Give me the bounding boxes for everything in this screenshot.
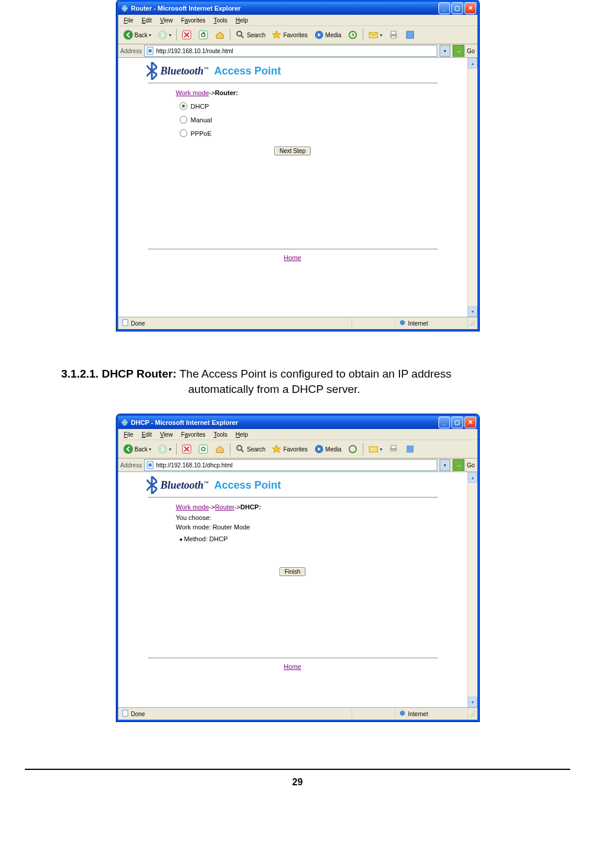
method-value: Method: DHCP: [180, 535, 457, 542]
window-title: DHCP - Microsoft Internet Explorer: [131, 419, 438, 426]
titlebar[interactable]: Router - Microsoft Internet Explorer _ ▢…: [118, 2, 477, 15]
forward-button[interactable]: ▾: [155, 28, 174, 41]
breadcrumb-workmode[interactable]: Work mode: [176, 89, 209, 96]
mail-icon: [368, 30, 379, 40]
search-button[interactable]: Search: [233, 443, 268, 456]
edit-button[interactable]: [402, 443, 418, 456]
scroll-up-icon[interactable]: ▴: [468, 58, 477, 69]
mail-button[interactable]: ▾: [366, 28, 385, 41]
radio-pppoe[interactable]: PPPoE: [180, 129, 457, 137]
back-button[interactable]: Back▾: [121, 28, 154, 41]
history-button[interactable]: [345, 28, 360, 41]
radio-manual[interactable]: Manual: [180, 116, 457, 123]
svg-point-32: [399, 711, 405, 716]
scroll-up-icon[interactable]: ▴: [468, 472, 477, 483]
scrollbar[interactable]: ▴ ▾: [467, 472, 477, 707]
home-link[interactable]: Home: [284, 254, 301, 261]
favorites-button[interactable]: Favorites: [269, 443, 310, 456]
go-label: Go: [467, 48, 474, 54]
menu-favorites[interactable]: Favorites: [177, 17, 209, 24]
print-button[interactable]: [386, 28, 401, 41]
stop-button[interactable]: [179, 443, 194, 456]
edit-icon: [405, 444, 415, 454]
breadcrumb-workmode[interactable]: Work mode: [176, 503, 209, 511]
svg-rect-10: [391, 31, 396, 34]
page-icon: [122, 710, 129, 718]
address-field[interactable]: http://192.168.10.1/route.html: [144, 45, 437, 57]
home-button[interactable]: [212, 28, 227, 41]
minimize-button[interactable]: _: [438, 2, 450, 14]
dhcp-window: DHCP - Microsoft Internet Explorer _ ▢ ✕…: [116, 414, 479, 721]
svg-point-19: [158, 444, 167, 454]
close-button[interactable]: ✕: [464, 2, 476, 14]
toolbar: Back▾ ▾ Search Favorites Media ▾: [118, 440, 477, 459]
svg-rect-28: [407, 446, 414, 453]
menu-tools[interactable]: Tools: [210, 431, 231, 438]
search-icon: [235, 444, 246, 454]
stop-button[interactable]: [179, 28, 194, 41]
menu-file[interactable]: File: [121, 431, 137, 438]
radio-dhcp[interactable]: DHCP: [180, 102, 457, 110]
media-button[interactable]: Media: [311, 28, 344, 41]
menu-edit[interactable]: Edit: [138, 17, 155, 24]
maximize-button[interactable]: ▢: [451, 2, 463, 14]
menu-tools[interactable]: Tools: [210, 17, 231, 24]
edit-button[interactable]: [402, 28, 418, 41]
menu-view[interactable]: View: [157, 17, 177, 24]
status-done: Done: [131, 711, 145, 717]
scrollbar[interactable]: ▴ ▾: [467, 58, 477, 317]
scroll-down-icon[interactable]: ▾: [468, 306, 477, 317]
menu-file[interactable]: File: [121, 17, 137, 24]
address-dropdown[interactable]: ▾: [440, 45, 450, 57]
menu-help[interactable]: Help: [232, 17, 252, 24]
menu-view[interactable]: View: [157, 431, 177, 438]
home-link[interactable]: Home: [284, 663, 301, 670]
resize-grip-icon[interactable]: [468, 319, 476, 327]
refresh-button[interactable]: [196, 443, 211, 456]
address-dropdown[interactable]: ▾: [440, 459, 450, 471]
address-field[interactable]: http://192.168.10.1/dhcp.html: [144, 459, 437, 471]
menu-edit[interactable]: Edit: [138, 431, 155, 438]
titlebar[interactable]: DHCP - Microsoft Internet Explorer _ ▢ ✕: [118, 416, 477, 429]
menubar: File Edit View Favorites Tools Help: [118, 429, 477, 440]
resize-grip-icon[interactable]: [468, 710, 476, 718]
back-button[interactable]: Back▾: [121, 443, 154, 456]
menu-favorites[interactable]: Favorites: [177, 431, 209, 438]
star-icon: [271, 30, 282, 40]
home-icon: [214, 30, 225, 40]
refresh-button[interactable]: [196, 28, 211, 41]
radio-icon: [180, 129, 187, 137]
address-label: Address: [121, 462, 142, 469]
svg-point-5: [237, 31, 242, 36]
scroll-down-icon[interactable]: ▾: [468, 697, 477, 707]
print-button[interactable]: [386, 443, 401, 456]
svg-rect-27: [391, 446, 396, 448]
go-button[interactable]: →: [453, 459, 464, 471]
logo: Bluetooth™ Access Point: [147, 478, 457, 492]
svg-rect-12: [407, 31, 414, 38]
internet-zone-icon: [399, 319, 406, 327]
home-button[interactable]: [212, 443, 227, 456]
minimize-button[interactable]: _: [438, 417, 450, 428]
page-content: Bluetooth™ Access Point Work mode->Route…: [118, 472, 477, 707]
history-button[interactable]: [345, 443, 360, 456]
divider: [148, 658, 438, 658]
menubar: File Edit View Favorites Tools Help: [118, 15, 477, 26]
close-button[interactable]: ✕: [464, 417, 476, 428]
history-icon: [347, 444, 358, 454]
finish-button[interactable]: Finish: [279, 567, 306, 576]
forward-button[interactable]: ▾: [155, 443, 174, 456]
search-button[interactable]: Search: [233, 28, 268, 41]
menu-help[interactable]: Help: [232, 431, 252, 438]
go-button[interactable]: →: [453, 45, 464, 57]
next-step-button[interactable]: Next Step: [274, 147, 311, 155]
media-button[interactable]: Media: [311, 443, 344, 456]
maximize-button[interactable]: ▢: [451, 417, 463, 428]
address-url: http://192.168.10.1/dhcp.html: [156, 462, 233, 469]
breadcrumb-router[interactable]: Router: [215, 503, 235, 511]
history-icon: [347, 30, 358, 40]
back-icon: [123, 30, 134, 40]
mail-button[interactable]: ▾: [366, 443, 385, 456]
favorites-button[interactable]: Favorites: [269, 28, 310, 41]
divider: [148, 83, 438, 83]
